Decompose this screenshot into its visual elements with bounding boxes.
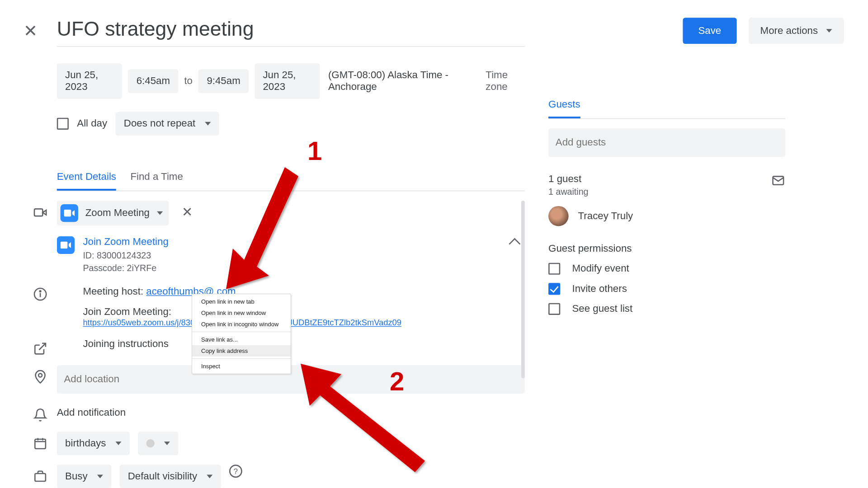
svg-marker-27 (226, 167, 298, 289)
info-icon (24, 282, 57, 301)
scrollbar-thumb[interactable] (521, 201, 525, 378)
timezone-label: (GMT-08:00) Alaska Time - Anchorage (328, 69, 472, 93)
open-external-icon (24, 337, 57, 356)
ctx-save-link-as[interactable]: Save link as... (192, 334, 291, 345)
ctx-separator (192, 358, 291, 359)
more-actions-button[interactable]: More actions (748, 18, 844, 44)
ctx-open-new-window[interactable]: Open link in new window (192, 307, 291, 319)
calendar-name: birthdays (65, 437, 106, 449)
svg-point-3 (40, 291, 41, 292)
svg-rect-0 (34, 209, 42, 216)
close-icon[interactable]: ✕ (24, 21, 47, 41)
remove-conference-icon[interactable]: ✕ (182, 205, 193, 220)
ctx-copy-link-address[interactable]: Copy link address (192, 345, 291, 357)
calendar-dropdown[interactable]: birthdays (57, 432, 130, 455)
perm-modify-label: Modify event (572, 263, 629, 275)
guest-name: Tracey Truly (578, 210, 633, 222)
ctx-separator (192, 332, 291, 332)
permissions-heading: Guest permissions (548, 243, 785, 254)
video-icon (24, 201, 57, 220)
annotation-number-1: 1 (307, 136, 322, 166)
add-notification-button[interactable]: Add notification (57, 403, 525, 422)
guest-count: 1 guest (548, 174, 588, 185)
chevron-down-icon (115, 441, 121, 445)
email-guests-icon[interactable] (771, 174, 785, 197)
perm-invite-label: Invite others (572, 283, 627, 295)
location-icon (24, 365, 57, 384)
repeat-label: Does not repeat (124, 118, 195, 130)
briefcase-icon (24, 465, 57, 483)
ctx-inspect[interactable]: Inspect (192, 361, 291, 372)
annotation-arrow-2 (298, 357, 434, 474)
color-dropdown[interactable] (138, 432, 178, 455)
svg-point-5 (38, 374, 42, 377)
repeat-dropdown[interactable]: Does not repeat (115, 112, 219, 136)
chevron-down-icon (207, 475, 212, 479)
busy-dropdown[interactable]: Busy (57, 465, 111, 488)
chevron-down-icon (97, 475, 103, 479)
chevron-down-icon (826, 29, 832, 33)
allday-checkbox[interactable] (57, 118, 69, 130)
end-date-chip[interactable]: Jun 25, 2023 (255, 63, 320, 99)
joining-instructions[interactable]: Joining instructions (83, 338, 524, 350)
chevron-down-icon (157, 211, 163, 215)
busy-label: Busy (65, 470, 88, 482)
zoom-logo-icon (61, 204, 78, 222)
chevron-down-icon (205, 122, 211, 126)
allday-label: All day (77, 118, 107, 130)
to-label: to (184, 75, 193, 87)
event-title-input[interactable] (57, 15, 525, 47)
svg-rect-10 (35, 474, 46, 481)
perm-see-checkbox[interactable] (548, 303, 560, 315)
color-dot (146, 439, 155, 447)
guest-row[interactable]: Tracey Truly (548, 206, 785, 226)
guest-awaiting: 1 awaiting (548, 187, 588, 197)
visibility-dropdown[interactable]: Default visibility (119, 465, 221, 488)
zoom-logo-icon (57, 236, 75, 254)
host-label: Meeting host: (83, 286, 146, 297)
conference-label: Zoom Meeting (85, 207, 150, 219)
annotation-arrow-1 (199, 136, 307, 298)
add-guests-input[interactable] (548, 128, 785, 157)
chevron-down-icon (164, 441, 170, 445)
collapse-icon[interactable] (509, 238, 520, 250)
perm-invite-checkbox[interactable] (548, 283, 560, 295)
save-button[interactable]: Save (683, 18, 736, 44)
calendar-icon (24, 432, 57, 450)
context-menu: Open link in new tab Open link in new wi… (192, 294, 291, 374)
svg-marker-28 (301, 364, 425, 472)
help-icon[interactable]: ? (229, 465, 242, 478)
svg-line-4 (39, 343, 45, 350)
timezone-link[interactable]: Time zone (486, 69, 524, 93)
tab-event-details[interactable]: Event Details (57, 165, 116, 190)
annotation-number-2: 2 (390, 366, 404, 396)
more-actions-label: More actions (760, 25, 818, 37)
tab-find-a-time[interactable]: Find a Time (130, 165, 183, 190)
perm-see-label: See guest list (572, 303, 632, 315)
start-date-chip[interactable]: Jun 25, 2023 (57, 63, 122, 99)
notification-icon (24, 403, 57, 422)
svg-rect-6 (35, 439, 46, 449)
conference-dropdown[interactable]: Zoom Meeting (57, 201, 169, 225)
join-url-label: Join Zoom Meeting: (83, 306, 524, 318)
avatar (548, 206, 569, 226)
end-time-chip[interactable]: 9:45am (198, 69, 249, 93)
visibility-label: Default visibility (128, 470, 197, 482)
ctx-open-incognito[interactable]: Open link in incognito window (192, 319, 291, 330)
tab-guests[interactable]: Guests (548, 93, 580, 118)
start-time-chip[interactable]: 6:45am (128, 69, 178, 93)
perm-modify-checkbox[interactable] (548, 263, 560, 275)
